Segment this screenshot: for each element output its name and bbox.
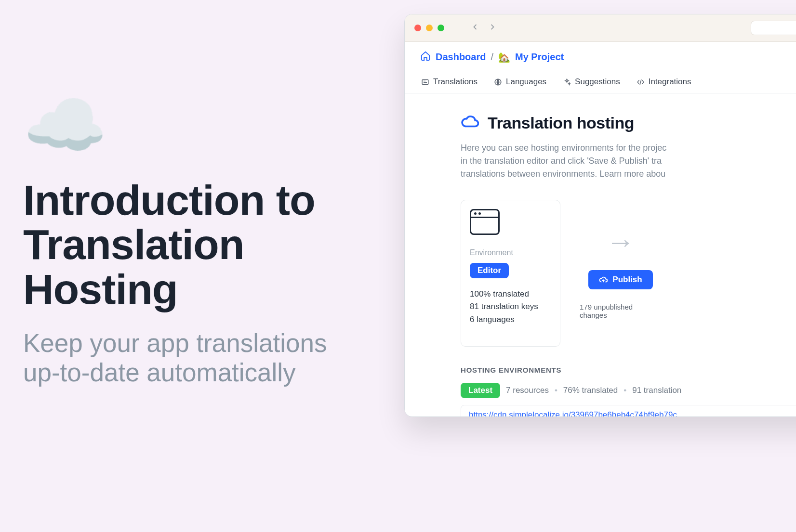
window-minimize-button[interactable]	[426, 25, 433, 31]
cloud-outline-icon	[461, 113, 479, 133]
headline-line1: Introduction to	[23, 176, 315, 224]
breadcrumb: Dashboard / 🏡 My Project	[420, 51, 796, 64]
hosting-keys: 91 translation	[632, 386, 681, 395]
tab-languages[interactable]: Languages	[493, 72, 547, 93]
hosting-url-table: https://cdn.simplelocalize.io/339697be6b…	[461, 405, 796, 417]
publish-button[interactable]: Publish	[588, 270, 652, 289]
hosting-url-row[interactable]: https://cdn.simplelocalize.io/339697be6b…	[461, 405, 796, 417]
breadcrumb-project[interactable]: My Project	[515, 52, 564, 63]
marketing-subtitle: Keep your app translations up-to-date au…	[23, 329, 380, 388]
tab-languages-label: Languages	[506, 77, 546, 87]
breadcrumb-dashboard[interactable]: Dashboard	[436, 52, 486, 63]
environment-card-editor[interactable]: Environment Editor 100% translated 81 tr…	[461, 200, 560, 347]
tab-suggestions-label: Suggestions	[575, 77, 620, 87]
stat-languages: 6 languages	[470, 313, 551, 326]
browser-window: Dashboard / 🏡 My Project Translations La…	[404, 14, 796, 417]
nav-forward-button[interactable]	[488, 22, 497, 34]
environment-label: Environment	[470, 248, 551, 257]
hosting-environments-heading: HOSTING ENVIRONMENTS	[461, 366, 796, 374]
unpublished-count: 179 unpublished changes	[580, 303, 662, 319]
breadcrumb-sep: /	[491, 52, 493, 63]
hosting-summary-row: Latest 7 resources • 76% translated • 91…	[461, 383, 796, 398]
tab-translations-label: Translations	[433, 77, 478, 87]
sub-line2: up-to-date automatically	[23, 358, 296, 387]
tab-translations[interactable]: Translations	[420, 72, 478, 93]
window-close-button[interactable]	[414, 25, 421, 31]
stat-keys: 81 translation keys	[470, 300, 551, 313]
marketing-headline: Introduction to Translation Hosting	[23, 178, 380, 311]
page-description: Here you can see hosting environments fo…	[461, 142, 730, 181]
browser-titlebar	[405, 14, 796, 42]
window-zoom-button[interactable]	[438, 25, 444, 31]
environment-badge: Editor	[470, 263, 509, 278]
sub-line1: Keep your app translations	[23, 329, 327, 357]
page-title: Translation hosting	[488, 114, 634, 132]
arrow-right-icon: →	[606, 228, 635, 257]
home-icon[interactable]	[420, 51, 431, 64]
env-badge-latest: Latest	[461, 383, 500, 398]
window-icon	[470, 209, 500, 235]
browser-url-bar[interactable]	[751, 21, 796, 35]
publish-button-label: Publish	[612, 275, 642, 285]
tab-integrations[interactable]: Integrations	[636, 72, 692, 93]
tab-integrations-label: Integrations	[649, 77, 691, 87]
nav-back-button[interactable]	[470, 22, 480, 34]
cloud-icon: ☁️	[23, 91, 380, 159]
hosting-translated: 76% translated	[563, 386, 618, 395]
breadcrumb-project-emoji: 🏡	[498, 52, 510, 63]
hosting-resources: 7 resources	[506, 386, 549, 395]
headline-line2: Translation Hosting	[23, 221, 244, 312]
tab-suggestions[interactable]: Suggestions	[562, 72, 621, 93]
stat-translated: 100% translated	[470, 288, 551, 300]
